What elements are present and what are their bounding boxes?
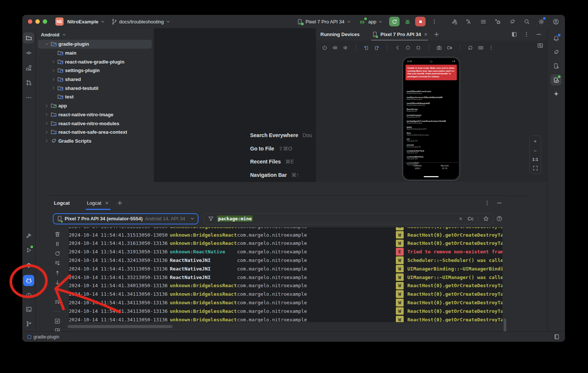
log-row[interactable]: 2024-10-14 11:54:41.331 13050-13136 Reac… (69, 265, 503, 273)
reload-button[interactable]: RELOAD (R, R) (441, 165, 449, 170)
tree-chevron-icon[interactable] (50, 59, 56, 64)
titlebar-tool-button[interactable] (450, 17, 458, 26)
tree-chevron-icon[interactable] (43, 130, 50, 134)
emulator-toolbar-button[interactable] (372, 43, 381, 52)
tool-strip-button[interactable] (550, 74, 562, 85)
zoom-in-button[interactable]: + (531, 138, 539, 144)
tool-strip-button[interactable] (23, 62, 34, 73)
logcat-toolbar-button[interactable] (53, 240, 62, 248)
tree-item[interactable]: settings-plugin (38, 66, 152, 75)
logcat-toolbar-button[interactable] (53, 288, 62, 296)
reader-mode-icon[interactable] (553, 334, 560, 340)
emulator-toolbar-button[interactable] (434, 43, 444, 52)
panel-options-icon[interactable] (523, 31, 530, 38)
tool-strip-button[interactable] (23, 290, 34, 301)
tree-chevron-icon[interactable] (50, 86, 56, 90)
logcat-filter-input[interactable]: package:mine Cc (204, 213, 493, 224)
log-row[interactable]: 2024-10-14 11:54:41.341 13050-13136 unkn… (69, 290, 503, 298)
device-selector[interactable]: Pixel 7 Pro API 34 (295, 17, 351, 26)
tree-chevron-icon[interactable] (50, 68, 56, 73)
project-selector[interactable]: NitroExample (67, 19, 105, 25)
log-row[interactable]: 2024-10-14 11:54:41.341 13050-13136 unkn… (69, 298, 503, 307)
tree-chevron-icon[interactable] (43, 112, 50, 117)
tool-strip-button[interactable] (23, 32, 34, 43)
titlebar-tool-button[interactable] (465, 17, 473, 26)
logcat-toolbar-button[interactable] (53, 278, 62, 286)
close-icon[interactable] (423, 32, 428, 37)
running-devices-tab[interactable]: Pixel 7 Pro API 34 (371, 28, 428, 40)
window-minimize-button[interactable] (35, 19, 40, 24)
window-close-button[interactable] (28, 19, 32, 24)
logcat-toolbar-button[interactable] (53, 298, 62, 306)
tree-chevron-icon[interactable] (43, 42, 50, 46)
tree-item[interactable]: Gradle Scripts (38, 137, 152, 146)
hide-panel-icon[interactable] (536, 31, 542, 38)
filter-funnel-icon[interactable] (208, 215, 214, 222)
tool-strip-button[interactable] (23, 304, 34, 315)
help-icon[interactable] (496, 215, 503, 222)
tool-strip-button[interactable] (550, 88, 562, 99)
logcat-toolbar-button[interactable] (53, 269, 62, 277)
debug-button[interactable] (402, 17, 413, 26)
log-row[interactable]: 2024-10-14 11:54:41.341 13050-13136 unkn… (69, 307, 503, 315)
tree-item[interactable]: gradle-plugin (38, 40, 152, 49)
tool-strip-button[interactable] (23, 92, 34, 103)
titlebar-tool-button[interactable] (479, 17, 487, 26)
emulator-toolbar-button[interactable] (465, 43, 475, 52)
status-module[interactable]: gradle-plugin (28, 334, 59, 340)
add-device-tab-icon[interactable] (433, 31, 440, 38)
tool-strip-button[interactable] (23, 244, 34, 256)
emulator-toolbar-button[interactable] (382, 43, 392, 52)
tree-item[interactable]: shared-testutil (38, 84, 152, 93)
tree-item[interactable]: react-native-nitro-image (38, 110, 152, 119)
emulator-toolbar-button[interactable] (330, 43, 340, 52)
tool-strip-button[interactable] (23, 260, 34, 271)
titlebar-tool-button[interactable] (508, 17, 516, 26)
tree-item[interactable]: react-native-nitro-modules (38, 119, 152, 128)
logcat-output[interactable]: 2024-10-14 11:54:41.313 13050-13050 unkn… (69, 227, 503, 322)
tree-item[interactable]: test (38, 93, 152, 101)
screen-search-icon[interactable] (537, 42, 543, 49)
logcat-toolbar-button[interactable] (53, 259, 62, 267)
emulator-toolbar-button[interactable] (320, 43, 329, 52)
tool-strip-button[interactable] (550, 60, 562, 71)
new-logcat-tab-icon[interactable] (117, 200, 123, 206)
log-row[interactable]: 2024-10-14 11:54:41.341 13050-13136 unkn… (69, 315, 503, 322)
layout-icon[interactable] (511, 31, 517, 38)
more-actions-icon[interactable] (431, 19, 437, 25)
emulator-toolbar-button[interactable] (413, 43, 423, 52)
titlebar-tool-button[interactable] (537, 17, 545, 26)
tree-chevron-icon[interactable] (43, 139, 50, 143)
log-row[interactable]: 2024-10-14 11:54:41.340 13050-13136 unkn… (69, 282, 503, 290)
tree-chevron-icon[interactable] (50, 77, 56, 82)
log-row[interactable]: 2024-10-14 11:54:41.324 13050-13136 Reac… (69, 256, 503, 265)
emulator-toolbar-button[interactable] (486, 43, 496, 52)
emulator-toolbar-button[interactable] (455, 43, 465, 52)
log-row[interactable]: 2024-10-14 11:54:41.316 13050-13136 unkn… (69, 239, 503, 248)
fit-screen-icon[interactable] (532, 165, 539, 171)
tree-chevron-icon[interactable] (43, 104, 50, 108)
emulator-toolbar-button[interactable] (361, 43, 371, 52)
close-icon[interactable] (104, 201, 109, 205)
tree-item[interactable]: shared (38, 75, 152, 84)
tool-strip-button[interactable] (550, 46, 562, 58)
window-zoom-button[interactable] (43, 19, 47, 24)
logcat-toolbar-button[interactable] (53, 317, 62, 325)
tree-item[interactable]: react-native-safe-area-context (38, 128, 152, 137)
favorite-filter-icon[interactable] (483, 215, 489, 222)
log-row[interactable]: 2024-10-14 11:54:41.319 13050-13136 unkn… (69, 247, 503, 256)
emulator-toolbar-button[interactable] (476, 43, 485, 52)
dismiss-button[interactable]: DISMISS (ESC) (414, 165, 421, 170)
logcat-toolbar-button[interactable] (53, 249, 62, 257)
tool-strip-button[interactable] (23, 230, 34, 241)
titlebar-tool-button[interactable] (523, 17, 531, 26)
tree-chevron-icon[interactable] (43, 121, 50, 126)
run-config-selector[interactable]: app (358, 17, 383, 26)
logcat-device-selector[interactable]: Pixel 7 Pro API 34 (emulator-5554) Andro… (53, 213, 198, 224)
emulator-toolbar-button[interactable] (424, 43, 433, 52)
branch-selector[interactable]: docs/troubleshooting (111, 19, 171, 25)
log-row[interactable]: 2024-10-14 11:54:41.332 13050-13136 Reac… (69, 273, 503, 282)
emulator-toolbar-button[interactable] (445, 43, 454, 52)
emulator-toolbar-button[interactable] (392, 43, 402, 52)
clear-filter-icon[interactable] (458, 216, 463, 221)
